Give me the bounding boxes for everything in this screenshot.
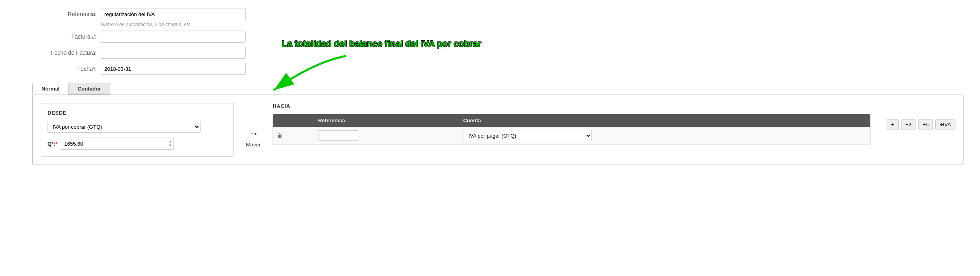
- plus2-button[interactable]: +2: [901, 119, 916, 130]
- mover-wrapper: → Mover: [246, 111, 261, 148]
- referencia-input[interactable]: [101, 8, 246, 20]
- amount-input[interactable]: [61, 138, 174, 150]
- factura-input[interactable]: [101, 31, 246, 43]
- amount-input-wrapper: ▲ ▼: [61, 138, 174, 150]
- row-referencia-input[interactable]: [318, 130, 358, 141]
- action-buttons: + +2 +5 +IVA: [887, 119, 955, 130]
- arrow-right-icon: →: [248, 127, 259, 140]
- fecha-input[interactable]: [101, 63, 246, 75]
- tab-contador[interactable]: Contador: [68, 83, 110, 95]
- tab-normal[interactable]: Normal: [32, 83, 68, 95]
- plusIVA-button[interactable]: +IVA: [935, 119, 955, 130]
- factura-label: Factura #:: [16, 33, 97, 40]
- hacia-table-wrapper: Referencia Cuenta 🗑: [273, 114, 870, 145]
- spinner-arrows[interactable]: ▲ ▼: [169, 140, 172, 147]
- main-section: DESDE IVA por cobrar (GTQ) Q*: ▲ ▼: [32, 95, 964, 165]
- desde-section: DESDE IVA por cobrar (GTQ) Q*: ▲ ▼: [41, 103, 234, 157]
- cuenta-cell: IVA por pagar (GTQ): [459, 127, 870, 145]
- col-referencia-header: Referencia: [314, 114, 459, 127]
- plus5-button[interactable]: +5: [918, 119, 933, 130]
- desde-title: DESDE: [48, 110, 227, 116]
- trash-cell: 🗑: [273, 127, 314, 145]
- fecha-factura-input[interactable]: [101, 47, 246, 59]
- hacia-table: Referencia Cuenta 🗑: [273, 114, 870, 145]
- col-cuenta-header: Cuenta: [459, 114, 870, 127]
- fecha-label: Fecha*:: [16, 66, 97, 72]
- tabs-row: Normal Contador: [32, 83, 964, 95]
- referencia-label: Referencia:: [16, 11, 97, 17]
- referencia-hint: Número de autorización, # de cheque, etc…: [101, 22, 964, 27]
- col-trash-header: [273, 114, 314, 127]
- desde-dropdown[interactable]: IVA por cobrar (GTQ): [48, 121, 201, 133]
- row-cuenta-dropdown[interactable]: IVA por pagar (GTQ): [463, 130, 592, 141]
- trash-icon[interactable]: 🗑: [277, 132, 283, 139]
- mover-label: Mover: [246, 142, 261, 148]
- referencia-cell: [314, 127, 459, 145]
- table-row: 🗑 IVA por pagar (GTQ): [273, 127, 870, 145]
- amount-label: Q*:: [48, 141, 58, 147]
- hacia-section: HACIA Referencia Cuenta: [273, 103, 870, 145]
- plus-button[interactable]: +: [887, 119, 899, 130]
- fecha-factura-label: Fecha de Factura:: [16, 49, 97, 56]
- hacia-title: HACIA: [273, 103, 870, 109]
